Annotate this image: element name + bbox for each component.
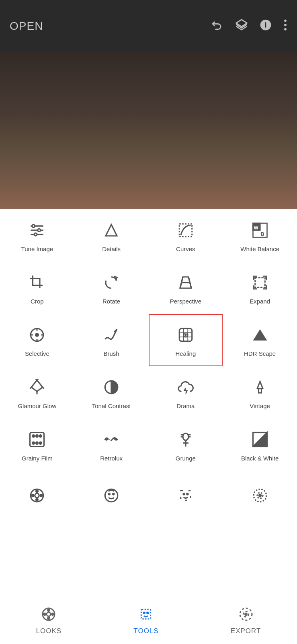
expand-label: Expand	[250, 298, 270, 305]
face-icon	[101, 485, 122, 506]
svg-point-67	[35, 493, 39, 498]
svg-marker-11	[106, 225, 117, 236]
tool-grid[interactable]	[223, 471, 297, 523]
tool-brush[interactable]: Brush	[74, 314, 149, 366]
tool-vintage[interactable]: Vintage	[223, 366, 297, 419]
grid-icon	[250, 485, 270, 506]
svg-rect-49	[258, 388, 261, 393]
layers-icon[interactable]	[235, 19, 248, 34]
tool-looks-reel[interactable]	[0, 471, 74, 523]
svg-marker-37	[253, 329, 267, 341]
tool-curves[interactable]: Curves	[149, 209, 223, 262]
tool-selective[interactable]: Selective	[0, 314, 74, 366]
black-white-label: Black & White	[241, 455, 279, 462]
svg-point-80	[259, 494, 261, 496]
svg-point-54	[40, 435, 42, 437]
svg-point-71	[40, 494, 42, 496]
details-icon	[101, 220, 122, 241]
crop-label: Crop	[31, 298, 44, 305]
svg-point-68	[36, 490, 38, 492]
svg-point-10	[34, 233, 37, 236]
hdr-scape-label: HDR Scape	[244, 350, 276, 358]
looks-nav-icon	[40, 605, 57, 623]
svg-text:W: W	[254, 225, 258, 231]
tool-retrolux[interactable]: Retrolux	[74, 419, 149, 471]
svg-line-41	[43, 387, 44, 389]
svg-rect-75	[181, 491, 191, 501]
svg-point-84	[48, 617, 50, 619]
export-nav-icon	[237, 605, 255, 623]
hdr-scape-icon	[250, 324, 270, 345]
selective-label: Selective	[25, 350, 49, 358]
tool-rotate[interactable]: Rotate	[74, 262, 149, 314]
open-label[interactable]: OPEN	[10, 20, 43, 33]
curves-label: Curves	[176, 246, 195, 253]
tool-expand[interactable]: Expand	[223, 262, 297, 314]
healing-label: Healing	[175, 350, 196, 358]
tool-glamour-glow[interactable]: Glamour Glow	[0, 366, 74, 419]
info-icon[interactable]	[259, 19, 272, 34]
svg-point-88	[144, 612, 145, 613]
nav-export[interactable]: EXPORT	[219, 601, 273, 639]
more-icon[interactable]	[283, 19, 287, 34]
undo-icon[interactable]	[211, 19, 224, 34]
white-balance-icon: W B	[250, 220, 270, 241]
tool-white-balance[interactable]: W B White Balance	[223, 209, 297, 262]
top-bar: OPEN	[0, 0, 297, 52]
tool-grainy-film[interactable]: Grainy Film	[0, 419, 74, 471]
tools-nav-label: TOOLS	[133, 627, 158, 635]
looks-nav-label: LOOKS	[36, 627, 62, 635]
black-white-icon	[250, 429, 270, 450]
tool-drama[interactable]: Drama	[149, 366, 223, 419]
nav-looks[interactable]: LOOKS	[24, 601, 74, 639]
svg-rect-21	[255, 277, 265, 287]
top-bar-right	[211, 19, 287, 34]
top-bar-left: OPEN	[10, 20, 43, 33]
svg-point-77	[187, 493, 188, 495]
svg-point-69	[36, 499, 38, 501]
svg-point-72	[105, 489, 118, 502]
svg-text:B: B	[260, 231, 264, 237]
svg-point-73	[109, 493, 110, 495]
grainy-film-label: Grainy Film	[22, 455, 53, 462]
tool-crop[interactable]: Crop	[0, 262, 74, 314]
tonal-contrast-icon	[101, 377, 122, 398]
vintage-label: Vintage	[250, 402, 270, 410]
image-preview	[0, 52, 297, 209]
svg-rect-87	[141, 609, 151, 619]
selective-icon	[27, 324, 47, 345]
grunge-icon	[175, 429, 196, 450]
drama-label: Drama	[176, 402, 195, 410]
svg-point-9	[38, 229, 41, 231]
tool-details[interactable]: Details	[74, 209, 149, 262]
rotate-label: Rotate	[102, 298, 120, 305]
bottom-nav: LOOKS TOOLS EXPORT	[0, 596, 297, 644]
film-reel-icon	[27, 485, 47, 506]
healing-icon	[175, 324, 196, 345]
tool-face[interactable]	[74, 471, 149, 523]
tool-black-white[interactable]: Black & White	[223, 419, 297, 471]
svg-point-57	[40, 442, 42, 444]
tool-tune-image[interactable]: Tune Image	[0, 209, 74, 262]
svg-point-55	[33, 442, 35, 444]
tool-grunge[interactable]: Grunge	[149, 419, 223, 471]
tool-healing[interactable]: Healing	[149, 314, 223, 366]
svg-point-89	[147, 612, 148, 613]
retrolux-icon	[101, 429, 122, 450]
nav-tools[interactable]: TOOLS	[121, 601, 170, 639]
tool-perspective[interactable]: Perspective	[149, 262, 223, 314]
tool-tonal-contrast[interactable]: Tonal Contrast	[74, 366, 149, 419]
svg-line-40	[30, 387, 32, 389]
vintage-icon	[250, 377, 270, 398]
rotate-icon	[101, 272, 122, 293]
image-area	[0, 52, 297, 209]
svg-point-52	[33, 435, 35, 437]
drama-icon	[175, 377, 196, 398]
grunge-label: Grunge	[176, 455, 196, 462]
brush-icon	[101, 324, 122, 345]
tool-hdr-scape[interactable]: HDR Scape	[223, 314, 297, 366]
tools-panel: Tune Image Details Curves	[0, 209, 297, 596]
svg-point-86	[52, 613, 54, 615]
tool-smile[interactable]	[149, 471, 223, 523]
details-label: Details	[102, 246, 121, 253]
